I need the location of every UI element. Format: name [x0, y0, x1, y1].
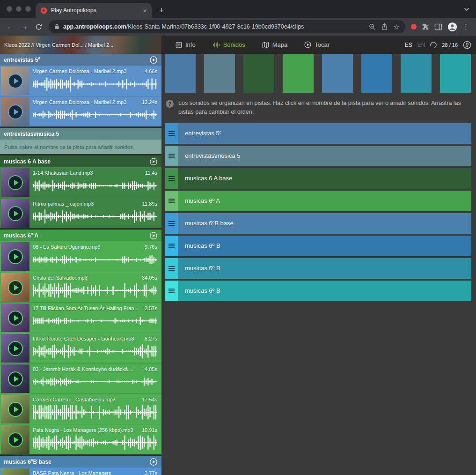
- side-panel-icon[interactable]: [434, 23, 442, 30]
- clip-tile[interactable]: [204, 54, 235, 93]
- track-drag-handle[interactable]: [165, 213, 178, 234]
- section-header[interactable]: musicas 6º A: [0, 230, 161, 241]
- reload-button[interactable]: [32, 20, 45, 33]
- clip-thumbnail[interactable]: [1, 97, 29, 126]
- track-name-button[interactable]: musicas 6 A base: [178, 168, 471, 189]
- section-header[interactable]: entrevistas 5º: [0, 54, 161, 66]
- zoom-window-button[interactable]: [25, 6, 31, 12]
- clip-thumbnail[interactable]: [1, 334, 29, 363]
- lang-en-button[interactable]: EN: [417, 42, 425, 48]
- extensions-puzzle-icon[interactable]: [422, 23, 429, 30]
- browser-menu-icon[interactable]: ⋮: [462, 22, 469, 31]
- track-drag-handle[interactable]: [165, 281, 178, 301]
- track-name-button[interactable]: musicas 6ºB base: [178, 213, 471, 234]
- track-row[interactable]: entrevistas\música 5: [165, 146, 471, 166]
- bookmark-star-icon[interactable]: ☆: [393, 22, 400, 31]
- recording-extension-icon[interactable]: [411, 24, 417, 30]
- clip-thumbnail[interactable]: [1, 168, 29, 197]
- account-icon[interactable]: [463, 41, 471, 49]
- clip-tile[interactable]: [401, 54, 432, 93]
- clip-row[interactable]: Ritmo palmas _ cajón.mp3 11.89s: [0, 198, 161, 228]
- clip-tile[interactable]: [322, 54, 353, 93]
- clip-tile[interactable]: [361, 54, 392, 93]
- clip-thumbnail[interactable]: [1, 242, 29, 271]
- clip-tile[interactable]: [243, 54, 274, 93]
- clip-play-icon[interactable]: [8, 175, 23, 190]
- clip-tile[interactable]: [283, 54, 314, 93]
- forward-button[interactable]: →: [18, 20, 31, 33]
- zoom-icon[interactable]: [369, 23, 376, 30]
- clip-play-icon[interactable]: [8, 371, 23, 386]
- section-play-button[interactable]: [149, 157, 158, 166]
- clip-tile[interactable]: [440, 54, 471, 93]
- clip-play-icon[interactable]: [8, 341, 23, 356]
- clip-play-icon[interactable]: [8, 432, 23, 447]
- close-window-button[interactable]: [7, 6, 12, 12]
- clip-play-icon[interactable]: [8, 402, 23, 417]
- clip-row[interactable]: 17 Till Flickan Som Är Tusen År-Halling …: [0, 302, 161, 333]
- clip-play-icon[interactable]: [8, 249, 23, 264]
- track-row[interactable]: musicas 6ºB base: [165, 213, 471, 234]
- section-header[interactable]: musicas 6ºB base: [0, 456, 161, 468]
- clip-thumbnail[interactable]: [1, 425, 29, 454]
- share-icon[interactable]: [381, 23, 388, 30]
- track-drag-handle[interactable]: [165, 236, 178, 256]
- section-header[interactable]: musicas 6 A base: [0, 156, 161, 167]
- clip-play-icon[interactable]: [8, 280, 23, 295]
- track-row[interactable]: musicas 6º B: [165, 258, 471, 279]
- clip-row[interactable]: 08 - Es Sakūru Uguntiņu.mp3 9.76s: [0, 241, 161, 272]
- track-name-button[interactable]: musicas 6º B: [178, 258, 471, 279]
- breadcrumb[interactable]: Kleos 2022 // Virgen Carmen Dol... / Mar…: [0, 36, 161, 54]
- section-play-button[interactable]: [149, 56, 158, 64]
- section-header[interactable]: entrevistas\música 5: [0, 128, 161, 140]
- clip-row[interactable]: Introit Rorate Caeli Desuper - Lionheart…: [0, 333, 161, 363]
- clip-row[interactable]: Virgen Carmen Dolorosa - Maribel 2.mp3 1…: [0, 96, 161, 126]
- track-name-button[interactable]: musicas 6º B: [178, 281, 471, 301]
- track-drag-handle[interactable]: [165, 168, 178, 189]
- track-drag-handle[interactable]: [165, 191, 178, 211]
- clip-row[interactable]: 03 - Jaromír Horák & Konrádyho dudácká .…: [0, 363, 161, 393]
- profile-avatar[interactable]: [447, 22, 457, 32]
- tab-tocar[interactable]: Tocar: [304, 41, 330, 48]
- clip-play-icon[interactable]: [8, 311, 23, 326]
- tab-mapa[interactable]: Mapa: [262, 41, 288, 48]
- track-drag-handle[interactable]: [165, 146, 178, 166]
- clip-thumbnail[interactable]: [1, 199, 29, 228]
- track-row[interactable]: musicas 6º B: [165, 281, 471, 301]
- new-tab-button[interactable]: +: [155, 4, 168, 16]
- track-row[interactable]: musicas 6º B: [165, 236, 471, 256]
- clip-row[interactable]: Cristo del Salvador.mp3 34.05s: [0, 272, 161, 302]
- track-name-button[interactable]: entrevistas 5º: [178, 123, 471, 144]
- track-name-button[interactable]: entrevistas\música 5: [178, 146, 471, 166]
- tab-sonidos[interactable]: Sonidos: [212, 41, 245, 48]
- clip-thumbnail[interactable]: [1, 273, 29, 302]
- track-row[interactable]: entrevistas 5º: [165, 123, 471, 144]
- clip-row[interactable]: Carmen Carreto _ Castañuelas.mp3 17.54s: [0, 393, 161, 424]
- track-row[interactable]: musicas 6º A: [165, 191, 471, 211]
- clip-row[interactable]: Pata Negra - Los Managers (256 kbps).mp3…: [0, 424, 161, 454]
- tab-info[interactable]: Info: [176, 41, 196, 48]
- clip-play-icon[interactable]: [8, 206, 23, 221]
- clip-thumbnail[interactable]: [1, 67, 29, 95]
- tab-close-icon[interactable]: ×: [143, 7, 147, 14]
- section-play-button[interactable]: [149, 231, 158, 240]
- section-play-button[interactable]: [149, 458, 158, 466]
- clip-thumbnail[interactable]: [1, 468, 29, 475]
- clip-thumbnail[interactable]: [1, 395, 29, 423]
- clip-tile[interactable]: [165, 54, 196, 93]
- track-name-button[interactable]: musicas 6º B: [178, 236, 471, 256]
- track-name-button[interactable]: musicas 6º A: [178, 191, 471, 211]
- clip-play-icon[interactable]: [8, 74, 23, 89]
- clip-thumbnail[interactable]: [1, 364, 29, 393]
- clip-row[interactable]: BASE Pata Negra - Los Managers 3.77s: [0, 468, 161, 475]
- clip-play-icon[interactable]: [8, 104, 23, 119]
- clip-thumbnail[interactable]: [1, 304, 29, 332]
- address-bar[interactable]: app.antropoloops.com/Kleos-Santa-Marina/…: [49, 20, 405, 33]
- track-drag-handle[interactable]: [165, 258, 178, 279]
- tab-search-chevron-icon[interactable]: [464, 5, 469, 13]
- track-row[interactable]: musicas 6 A base: [165, 168, 471, 189]
- minimize-window-button[interactable]: [16, 6, 22, 12]
- clip-row[interactable]: Virgen Carmen Dolorosa - Maribel 2.mp3 4…: [0, 66, 161, 96]
- track-drag-handle[interactable]: [165, 123, 178, 144]
- clip-row[interactable]: 1-14 Khakasian Land.mp3 11.4s: [0, 167, 161, 198]
